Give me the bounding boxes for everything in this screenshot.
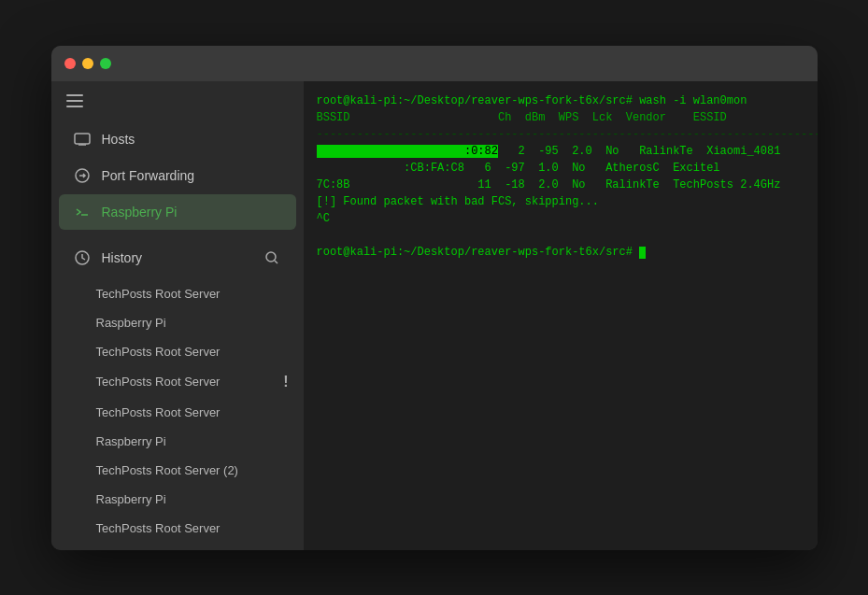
hosts-icon bbox=[74, 131, 91, 148]
history-item-label: Raspberry Pi bbox=[96, 434, 166, 448]
terminal-line: BSSID Ch dBm WPS Lck Vendor ESSID bbox=[317, 109, 804, 126]
history-search-button[interactable] bbox=[263, 248, 281, 267]
hamburger-icon[interactable] bbox=[66, 94, 83, 107]
terminal-panel[interactable]: root@kali-pi:~/Desktop/reaver-wps-fork-t… bbox=[304, 81, 818, 550]
raspberry-pi-label: Raspberry Pi bbox=[102, 205, 178, 220]
history-item-label: TechPosts Root Server bbox=[96, 375, 221, 389]
port-forwarding-label: Port Forwarding bbox=[102, 168, 195, 183]
terminal-line: ----------------------------------------… bbox=[317, 126, 804, 143]
history-item[interactable]: TechPosts Root Server ! bbox=[51, 366, 304, 398]
terminal-line: [!] Found packet with bad FCS, skipping.… bbox=[317, 193, 804, 210]
minimize-button[interactable] bbox=[82, 58, 93, 69]
history-item[interactable]: TechPosts Root Server bbox=[51, 398, 304, 427]
terminal-line: root@kali-pi:~/Desktop/reaver-wps-fork-t… bbox=[317, 92, 804, 109]
content-area: Hosts Port Forwarding bbox=[51, 81, 818, 550]
sidebar-item-port-forwarding[interactable]: Port Forwarding bbox=[59, 158, 296, 193]
terminal-icon bbox=[74, 204, 91, 220]
history-item-label: Raspberry Pi bbox=[96, 316, 166, 330]
history-item[interactable]: TechPosts Root Server bbox=[51, 337, 304, 366]
history-icon bbox=[74, 249, 91, 266]
history-section: History TechPosts Root Server bbox=[51, 234, 304, 548]
history-item[interactable]: TechPosts Root Server (2) bbox=[51, 456, 304, 485]
close-button[interactable] bbox=[64, 58, 76, 69]
history-item-label: TechPosts Root Server bbox=[96, 405, 221, 419]
history-item[interactable]: Raspberry Pi bbox=[51, 427, 304, 456]
history-label: History bbox=[102, 250, 143, 265]
history-item[interactable]: TechPosts Root Server bbox=[51, 279, 304, 308]
history-item-label: Raspberry Pi bbox=[96, 492, 166, 506]
terminal-line: :CB:FA:C8 6 -97 1.0 No AtherosC Excitel bbox=[317, 160, 804, 177]
terminal-line bbox=[317, 227, 804, 244]
sidebar-header bbox=[51, 81, 304, 117]
terminal-line: 7C:8B 11 -18 2.0 No RalinkTe TechPosts 2… bbox=[317, 177, 804, 193]
hosts-label: Hosts bbox=[102, 132, 135, 147]
history-item[interactable]: TechPosts Root Server bbox=[51, 514, 304, 543]
warning-icon: ! bbox=[283, 374, 288, 390]
history-item[interactable]: Raspberry Pi bbox=[51, 485, 304, 514]
history-items: TechPosts Root Server Raspberry Pi TechP… bbox=[51, 277, 304, 545]
history-header-content: History bbox=[74, 249, 251, 266]
terminal-line: ^C bbox=[317, 210, 804, 227]
history-item-label: TechPosts Root Server bbox=[96, 345, 221, 359]
port-forwarding-icon bbox=[74, 167, 91, 184]
history-item-label: TechPosts Root Server bbox=[96, 287, 221, 301]
maximize-button[interactable] bbox=[100, 58, 111, 69]
sidebar-nav: Hosts Port Forwarding bbox=[51, 117, 304, 234]
traffic-lights bbox=[64, 58, 111, 69]
sidebar-item-hosts[interactable]: Hosts bbox=[59, 121, 296, 157]
history-item-label: TechPosts Root Server bbox=[96, 521, 221, 535]
svg-point-6 bbox=[266, 252, 276, 262]
history-item[interactable]: Raspberry Pi bbox=[51, 308, 304, 337]
svg-line-7 bbox=[275, 261, 277, 263]
sidebar-item-raspberry-pi[interactable]: Raspberry Pi bbox=[59, 194, 296, 230]
history-item-label: TechPosts Root Server (2) bbox=[96, 463, 238, 477]
sidebar: Hosts Port Forwarding bbox=[51, 81, 304, 550]
terminal-line: :0:82 2 -95 2.0 No RalinkTe Xiaomi_4081 bbox=[317, 143, 804, 160]
main-window: Hosts Port Forwarding bbox=[51, 46, 818, 550]
svg-rect-0 bbox=[75, 134, 90, 144]
terminal-prompt: root@kali-pi:~/Desktop/reaver-wps-fork-t… bbox=[317, 244, 804, 261]
title-bar bbox=[51, 46, 818, 81]
history-header[interactable]: History bbox=[59, 239, 296, 276]
